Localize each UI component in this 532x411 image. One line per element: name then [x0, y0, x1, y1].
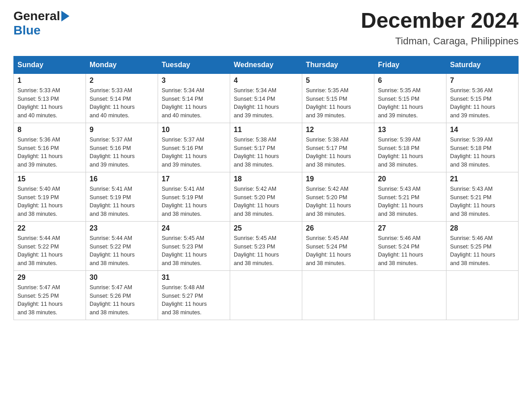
day-info: Sunrise: 5:45 AMSunset: 5:23 PMDaylight:…	[162, 234, 226, 268]
calendar-cell: 7Sunrise: 5:36 AMSunset: 5:15 PMDaylight…	[446, 73, 519, 123]
calendar-cell: 3Sunrise: 5:34 AMSunset: 5:14 PMDaylight…	[158, 73, 230, 123]
calendar-cell: 24Sunrise: 5:45 AMSunset: 5:23 PMDayligh…	[158, 221, 230, 270]
day-number: 1	[17, 77, 82, 85]
day-number: 6	[378, 77, 442, 85]
calendar-week-row: 1Sunrise: 5:33 AMSunset: 5:13 PMDaylight…	[14, 73, 519, 123]
calendar-cell: 10Sunrise: 5:37 AMSunset: 5:16 PMDayligh…	[158, 123, 230, 172]
day-info: Sunrise: 5:38 AMSunset: 5:17 PMDaylight:…	[234, 136, 298, 169]
day-number: 16	[90, 175, 154, 183]
calendar-cell: 13Sunrise: 5:39 AMSunset: 5:18 PMDayligh…	[374, 123, 446, 172]
calendar-week-row: 29Sunrise: 5:47 AMSunset: 5:25 PMDayligh…	[14, 270, 519, 320]
day-number: 23	[90, 224, 154, 232]
day-info: Sunrise: 5:40 AMSunset: 5:19 PMDaylight:…	[17, 185, 82, 218]
calendar-cell: 15Sunrise: 5:40 AMSunset: 5:19 PMDayligh…	[14, 172, 86, 221]
calendar-cell: 2Sunrise: 5:33 AMSunset: 5:14 PMDaylight…	[86, 73, 158, 123]
calendar-cell: 31Sunrise: 5:48 AMSunset: 5:27 PMDayligh…	[158, 270, 230, 320]
calendar-cell: 28Sunrise: 5:46 AMSunset: 5:25 PMDayligh…	[446, 221, 519, 270]
calendar-cell: 27Sunrise: 5:46 AMSunset: 5:24 PMDayligh…	[374, 221, 446, 270]
day-number: 17	[162, 175, 226, 183]
logo-arrow-icon	[61, 11, 69, 21]
calendar-week-row: 15Sunrise: 5:40 AMSunset: 5:19 PMDayligh…	[14, 172, 519, 221]
day-info: Sunrise: 5:37 AMSunset: 5:16 PMDaylight:…	[162, 136, 226, 169]
calendar-cell: 5Sunrise: 5:35 AMSunset: 5:15 PMDaylight…	[302, 73, 374, 123]
day-number: 7	[450, 77, 515, 85]
day-info: Sunrise: 5:38 AMSunset: 5:17 PMDaylight:…	[306, 136, 370, 169]
calendar-cell: 29Sunrise: 5:47 AMSunset: 5:25 PMDayligh…	[14, 270, 86, 320]
day-info: Sunrise: 5:42 AMSunset: 5:20 PMDaylight:…	[234, 185, 298, 218]
day-number: 29	[17, 274, 82, 282]
day-info: Sunrise: 5:47 AMSunset: 5:26 PMDaylight:…	[90, 283, 154, 317]
day-number: 24	[162, 224, 226, 232]
day-number: 10	[162, 126, 226, 134]
day-info: Sunrise: 5:39 AMSunset: 5:18 PMDaylight:…	[450, 136, 515, 169]
day-of-week-header: Thursday	[302, 56, 374, 73]
calendar-cell: 20Sunrise: 5:43 AMSunset: 5:21 PMDayligh…	[374, 172, 446, 221]
calendar-week-row: 22Sunrise: 5:44 AMSunset: 5:22 PMDayligh…	[14, 221, 519, 270]
day-of-week-header: Wednesday	[230, 56, 302, 73]
calendar-header: SundayMondayTuesdayWednesdayThursdayFrid…	[14, 56, 519, 73]
day-info: Sunrise: 5:48 AMSunset: 5:27 PMDaylight:…	[162, 283, 226, 317]
day-info: Sunrise: 5:35 AMSunset: 5:15 PMDaylight:…	[378, 86, 442, 120]
page-header: General Blue December 2024 Tidman, Carag…	[13, 9, 519, 47]
day-number: 26	[306, 224, 370, 232]
calendar-cell: 21Sunrise: 5:43 AMSunset: 5:21 PMDayligh…	[446, 172, 519, 221]
calendar-cell: 9Sunrise: 5:37 AMSunset: 5:16 PMDaylight…	[86, 123, 158, 172]
day-number: 20	[378, 175, 442, 183]
logo-blue-text: Blue	[13, 23, 41, 37]
calendar-cell: 1Sunrise: 5:33 AMSunset: 5:13 PMDaylight…	[14, 73, 86, 123]
calendar-cell	[374, 270, 446, 320]
day-info: Sunrise: 5:43 AMSunset: 5:21 PMDaylight:…	[450, 185, 515, 218]
day-number: 2	[90, 77, 154, 85]
day-info: Sunrise: 5:46 AMSunset: 5:24 PMDaylight:…	[378, 234, 442, 268]
day-info: Sunrise: 5:45 AMSunset: 5:24 PMDaylight:…	[306, 234, 370, 268]
calendar-body: 1Sunrise: 5:33 AMSunset: 5:13 PMDaylight…	[14, 73, 519, 320]
day-number: 28	[450, 224, 515, 232]
day-info: Sunrise: 5:35 AMSunset: 5:15 PMDaylight:…	[306, 86, 370, 120]
calendar-cell: 14Sunrise: 5:39 AMSunset: 5:18 PMDayligh…	[446, 123, 519, 172]
day-number: 21	[450, 175, 515, 183]
calendar-table: SundayMondayTuesdayWednesdayThursdayFrid…	[13, 56, 519, 320]
day-info: Sunrise: 5:46 AMSunset: 5:25 PMDaylight:…	[450, 234, 515, 268]
calendar-cell	[230, 270, 302, 320]
calendar-cell: 30Sunrise: 5:47 AMSunset: 5:26 PMDayligh…	[86, 270, 158, 320]
day-number: 11	[234, 126, 298, 134]
calendar-cell	[302, 270, 374, 320]
calendar-cell: 4Sunrise: 5:34 AMSunset: 5:14 PMDaylight…	[230, 73, 302, 123]
day-info: Sunrise: 5:44 AMSunset: 5:22 PMDaylight:…	[17, 234, 82, 268]
day-number: 13	[378, 126, 442, 134]
day-of-week-header: Monday	[86, 56, 158, 73]
day-number: 18	[234, 175, 298, 183]
day-of-week-header: Tuesday	[158, 56, 230, 73]
day-number: 8	[17, 126, 82, 134]
day-number: 4	[234, 77, 298, 85]
title-section: December 2024 Tidman, Caraga, Philippine…	[361, 9, 519, 47]
day-number: 25	[234, 224, 298, 232]
calendar-cell	[446, 270, 519, 320]
calendar-cell: 17Sunrise: 5:41 AMSunset: 5:19 PMDayligh…	[158, 172, 230, 221]
month-title: December 2024	[361, 9, 519, 33]
day-of-week-header: Friday	[374, 56, 446, 73]
calendar-cell: 12Sunrise: 5:38 AMSunset: 5:17 PMDayligh…	[302, 123, 374, 172]
day-info: Sunrise: 5:43 AMSunset: 5:21 PMDaylight:…	[378, 185, 442, 218]
calendar-cell: 22Sunrise: 5:44 AMSunset: 5:22 PMDayligh…	[14, 221, 86, 270]
day-info: Sunrise: 5:47 AMSunset: 5:25 PMDaylight:…	[17, 283, 82, 317]
day-number: 9	[90, 126, 154, 134]
day-info: Sunrise: 5:33 AMSunset: 5:13 PMDaylight:…	[17, 86, 82, 120]
calendar-week-row: 8Sunrise: 5:36 AMSunset: 5:16 PMDaylight…	[14, 123, 519, 172]
day-info: Sunrise: 5:36 AMSunset: 5:15 PMDaylight:…	[450, 86, 515, 120]
calendar-cell: 18Sunrise: 5:42 AMSunset: 5:20 PMDayligh…	[230, 172, 302, 221]
day-number: 30	[90, 274, 154, 282]
calendar-cell: 25Sunrise: 5:45 AMSunset: 5:23 PMDayligh…	[230, 221, 302, 270]
calendar-cell: 23Sunrise: 5:44 AMSunset: 5:22 PMDayligh…	[86, 221, 158, 270]
calendar-cell: 16Sunrise: 5:41 AMSunset: 5:19 PMDayligh…	[86, 172, 158, 221]
day-number: 15	[17, 175, 82, 183]
day-number: 12	[306, 126, 370, 134]
day-number: 3	[162, 77, 226, 85]
day-info: Sunrise: 5:41 AMSunset: 5:19 PMDaylight:…	[90, 185, 154, 218]
day-info: Sunrise: 5:44 AMSunset: 5:22 PMDaylight:…	[90, 234, 154, 268]
calendar-cell: 6Sunrise: 5:35 AMSunset: 5:15 PMDaylight…	[374, 73, 446, 123]
calendar-cell: 8Sunrise: 5:36 AMSunset: 5:16 PMDaylight…	[14, 123, 86, 172]
day-info: Sunrise: 5:36 AMSunset: 5:16 PMDaylight:…	[17, 136, 82, 169]
logo: General Blue	[13, 9, 69, 38]
day-number: 27	[378, 224, 442, 232]
